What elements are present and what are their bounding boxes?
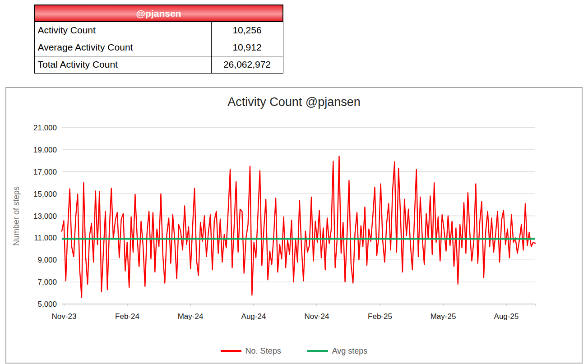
row-value-cell[interactable]: 10,256 — [211, 22, 283, 39]
row-label-cell[interactable]: Activity Count — [34, 22, 211, 39]
y-tick-label: 7,000 — [37, 278, 57, 286]
y-tick-label: 21,000 — [33, 124, 57, 132]
table-row: Average Activity Count10,912 — [34, 39, 283, 56]
x-tick-label: Nov-23 — [52, 312, 77, 321]
x-tick-label: May-25 — [431, 312, 456, 321]
activity-chart-panel[interactable]: Activity Count @pjansen Number of steps … — [5, 87, 583, 364]
row-value-cell[interactable]: 10,912 — [211, 39, 283, 56]
x-tick-label: Feb-24 — [115, 312, 139, 321]
y-tick-label: 13,000 — [33, 212, 57, 221]
steps-series-line — [62, 157, 535, 298]
row-label-cell[interactable]: Average Activity Count — [34, 39, 211, 56]
x-tick-label: Feb-25 — [368, 312, 392, 321]
avg-steps-line-swatch — [307, 350, 328, 352]
x-tick-label: May-24 — [178, 312, 204, 321]
legend-item-avg-steps[interactable]: Avg steps — [307, 346, 368, 356]
chart-legend: No. Steps Avg steps — [6, 344, 582, 358]
x-tick-label: Aug-24 — [241, 312, 266, 321]
x-tick-label: Nov-24 — [305, 312, 329, 321]
row-value-cell[interactable]: 26,062,972 — [211, 56, 283, 73]
table-row: Activity Count10,256 — [34, 22, 283, 39]
y-tick-label: 15,000 — [33, 190, 57, 198]
table-row: Total Activity Count26,062,972 — [34, 56, 283, 73]
y-tick-label: 17,000 — [33, 168, 57, 176]
legend-label-no-steps: No. Steps — [245, 346, 281, 356]
no-steps-line-swatch — [221, 350, 241, 352]
legend-label-avg-steps: Avg steps — [332, 346, 368, 356]
summary-header-cell[interactable]: @pjansen — [34, 5, 283, 22]
y-tick-label: 5,000 — [37, 300, 57, 309]
legend-item-no-steps[interactable]: No. Steps — [221, 346, 281, 356]
y-tick-label: 9,000 — [37, 256, 57, 264]
y-tick-label: 19,000 — [33, 146, 57, 154]
row-label-cell[interactable]: Total Activity Count — [34, 56, 211, 73]
summary-table: @pjansen Activity Count10,256Average Act… — [34, 5, 283, 74]
y-tick-label: 11,000 — [34, 234, 57, 242]
x-tick-label: Aug-25 — [494, 312, 519, 321]
activity-line-chart: 5,0007,0009,00011,00013,00015,00017,0001… — [6, 88, 582, 363]
